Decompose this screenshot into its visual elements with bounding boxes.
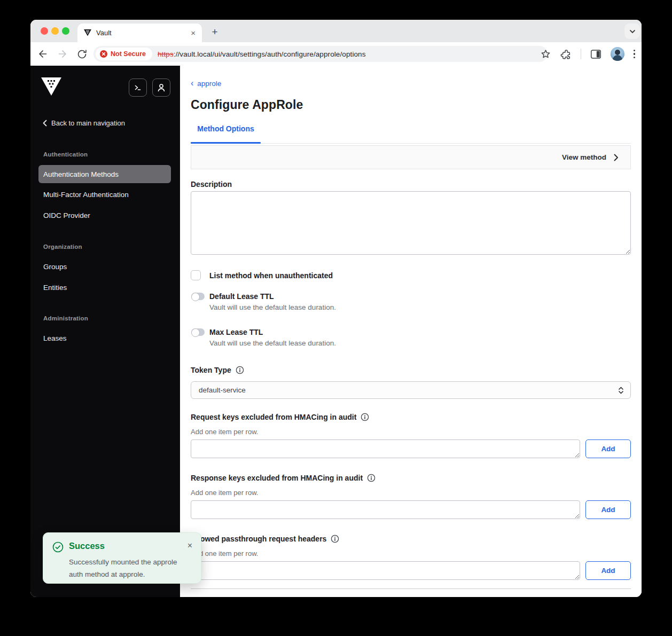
tab-strip: Vault × + [30,20,642,42]
sidebar-item-leases[interactable]: Leases [43,334,67,342]
request-keys-input[interactable] [191,439,580,458]
list-method-row: List method when unauthenticated [191,270,333,280]
max-lease-ttl-label: Max Lease TTL [209,328,263,336]
page-title: Configure AppRole [191,98,303,112]
not-secure-icon [100,50,107,58]
info-icon[interactable] [236,366,244,374]
toast-message: Successfully mounted the approle auth me… [69,556,184,581]
sidebar-item-multi-factor-authentication[interactable]: Multi-Factor Authentication [43,191,129,199]
traffic-lights [41,27,69,35]
section-divider [191,588,631,589]
zoom-window-button[interactable] [62,27,69,35]
passthrough-label: Allowed passthrough request headers [191,535,326,543]
url-scheme-struck: https [158,50,174,58]
not-secure-label: Not Secure [111,50,146,58]
list-method-checkbox[interactable] [191,270,201,280]
sidebar-item-oidc-provider[interactable]: OIDC Provider [43,211,90,219]
sidebar-item-entities[interactable]: Entities [43,284,67,292]
vault-logo-icon [41,77,61,96]
user-menu-button[interactable] [152,78,170,97]
chevron-left-icon: ‹ [191,79,193,88]
person-icon [157,83,166,92]
minimize-window-button[interactable] [51,27,59,35]
info-icon[interactable] [361,413,369,421]
back-icon[interactable] [37,48,49,60]
browser-tab-vault[interactable]: Vault × [77,23,202,42]
response-keys-label-row: Response keys excluded from HMACing in a… [191,474,376,482]
select-stepper-icon [618,386,624,395]
tab-title: Vault [96,29,191,37]
section-organization: Organization [43,244,82,250]
url-rest: ://vault.local/ui/vault/settings/auth/co… [174,50,366,58]
passthrough-input[interactable] [191,561,580,580]
toolbar-divider [581,49,581,59]
max-lease-ttl-toggle[interactable] [191,328,205,336]
max-lease-ttl-helper: Vault will use the default lease duratio… [209,339,336,347]
toast-title: Success [69,541,105,551]
not-secure-badge[interactable]: Not Secure [96,48,152,60]
response-keys-input[interactable] [191,500,580,519]
breadcrumb[interactable]: ‹ approle [191,80,221,88]
configure-approle-page: ‹ approle Configure AppRole Method Optio… [180,66,642,597]
terminal-icon [133,83,143,92]
browser-menu-icon[interactable] [634,50,636,59]
request-keys-add-button[interactable]: Add [585,439,631,458]
profile-avatar[interactable] [611,47,624,61]
side-panel-icon[interactable] [590,49,601,59]
info-icon[interactable] [367,474,376,482]
request-keys-helper: Add one item per row. [191,428,258,436]
description-textarea[interactable] [191,191,631,255]
tab-close-icon[interactable]: × [191,29,196,37]
toast-close-icon[interactable]: × [187,541,192,550]
breadcrumb-approle[interactable]: approle [197,80,221,88]
new-tab-button[interactable]: + [207,24,223,40]
section-administration: Administration [43,315,88,321]
passthrough-label-row: Allowed passthrough request headers [191,535,339,543]
description-label: Description [191,180,232,189]
request-keys-label-row: Request keys excluded from HMACing in au… [191,413,369,421]
info-icon[interactable] [331,535,339,543]
check-circle-icon [52,541,64,553]
token-type-label-row: Token Type [191,366,244,374]
chevron-down-icon [629,29,636,34]
view-method-link[interactable]: View method [562,153,606,161]
default-lease-ttl-label: Default Lease TTL [209,292,274,301]
success-toast: Success × Successfully mounted the appro… [43,532,201,584]
address-bar[interactable]: Not Secure https://vault.local/ui/vault/… [93,46,548,62]
reload-icon[interactable] [76,49,88,60]
back-link-label: Back to main navigation [51,119,125,127]
active-tab-underline [191,142,261,144]
response-keys-add-button[interactable]: Add [585,500,631,519]
default-lease-ttl-toggle[interactable] [191,293,205,300]
console-button[interactable] [129,78,147,97]
url-text: https://vault.local/ui/vault/settings/au… [158,50,366,58]
vault-favicon-icon [84,29,91,36]
browser-toolbar: Not Secure https://vault.local/ui/vault/… [30,42,642,66]
chevron-right-icon [614,154,619,161]
screen: Vault × + Not Secure https://vault.local… [0,0,672,636]
chevron-left-icon [43,120,47,127]
token-type-label: Token Type [191,366,231,374]
request-keys-label: Request keys excluded from HMACing in au… [191,413,356,421]
vault-sidebar: Back to main navigation Authentication A… [30,66,180,597]
tab-method-options[interactable]: Method Options [191,124,261,133]
passthrough-add-button[interactable]: Add [585,561,631,580]
token-type-value: default-service [199,386,618,394]
back-to-main-navigation-link[interactable]: Back to main navigation [43,119,125,127]
forward-icon[interactable] [57,48,68,60]
extensions-icon[interactable] [560,49,572,60]
response-keys-label: Response keys excluded from HMACing in a… [191,474,363,482]
close-window-button[interactable] [41,27,48,35]
bookmark-star-icon[interactable] [540,49,551,60]
token-type-select[interactable]: default-service [191,381,631,399]
tab-search-button[interactable] [624,23,640,39]
list-method-label: List method when unauthenticated [209,271,333,280]
sidebar-item-authentication-methods[interactable]: Authentication Methods [38,165,171,183]
method-toolbar: View method [191,145,631,169]
response-keys-helper: Add one item per row. [191,489,258,497]
sidebar-item-groups[interactable]: Groups [43,263,67,271]
browser-window: Vault × + Not Secure https://vault.local… [30,20,642,597]
section-authentication: Authentication [43,151,88,158]
default-lease-ttl-helper: Vault will use the default lease duratio… [209,303,336,311]
